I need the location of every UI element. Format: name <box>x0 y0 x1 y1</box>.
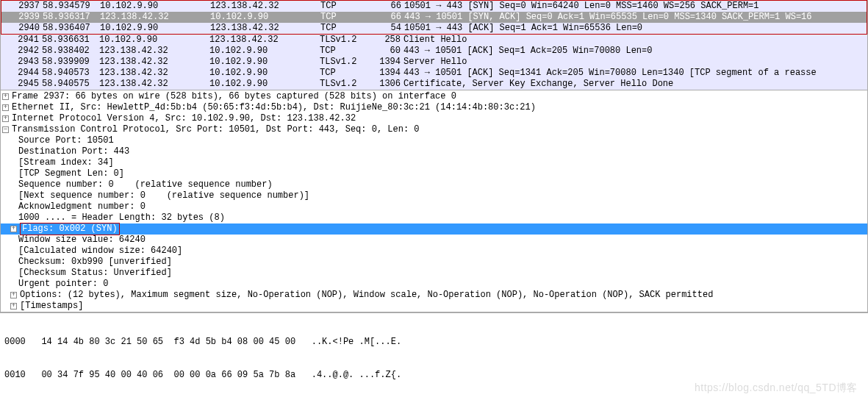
tree-srcport[interactable]: Source Port: 10501 <box>1 135 867 146</box>
tree-urgent[interactable]: Urgent pointer: 0 <box>1 279 867 290</box>
hex-row[interactable]: 0000 14 14 4b 80 3c 21 50 65 f3 4d 5b b4… <box>4 337 864 348</box>
tree-options[interactable]: +Options: (12 bytes), Maximum segment si… <box>1 290 867 301</box>
tree-nextseq[interactable]: [Next sequence number: 0 (relative seque… <box>1 190 867 201</box>
packet-row[interactable]: 2941 58.936631 10.102.9.90 123.138.42.32… <box>1 35 867 46</box>
tree-timestamps[interactable]: +[Timestamps] <box>1 301 867 312</box>
packet-row[interactable]: 2943 58.939909 123.138.42.32 10.102.9.90… <box>1 57 867 68</box>
packet-details-tree[interactable]: +Frame 2937: 66 bytes on wire (528 bits)… <box>0 90 868 312</box>
watermark: https://blog.csdn.net/qq_5TD博客 <box>695 382 858 393</box>
tree-tcp[interactable]: −Transmission Control Protocol, Src Port… <box>1 124 867 135</box>
tree-dstport[interactable]: Destination Port: 443 <box>1 146 867 157</box>
col-len: 66 <box>372 1 401 12</box>
tree-cksum[interactable]: Checksum: 0xb990 [unverified] <box>1 257 867 268</box>
packet-row[interactable]: 2940 58.936407 10.102.9.90 123.138.42.32… <box>1 23 867 34</box>
hex-row[interactable]: 0010 00 34 7f 95 40 00 40 06 00 00 0a 66… <box>4 370 864 381</box>
col-info: 10501 → 443 [SYN] Seq=0 Win=64240 Len=0 … <box>404 1 867 12</box>
packet-list-pane[interactable]: 2937 58.934579 10.102.9.90 123.138.42.32… <box>0 0 868 90</box>
tree-calcwin[interactable]: [Calculated window size: 64240] <box>1 246 867 257</box>
packet-selection-box: 2937 58.934579 10.102.9.90 123.138.42.32… <box>1 0 867 35</box>
packet-row[interactable]: 2945 58.940575 123.138.42.32 10.102.9.90… <box>1 79 867 90</box>
tree-acknum[interactable]: Acknowledgment number: 0 <box>1 201 867 212</box>
tree-ip[interactable]: +Internet Protocol Version 4, Src: 10.10… <box>1 113 867 124</box>
plus-icon[interactable]: + <box>2 104 9 111</box>
plus-icon[interactable]: + <box>10 303 17 310</box>
col-no: 2937 <box>10 1 40 12</box>
col-proto: TCP <box>320 1 372 12</box>
packet-row[interactable]: 2942 58.938402 123.138.42.32 10.102.9.90… <box>1 46 867 57</box>
packet-row[interactable]: 2937 58.934579 10.102.9.90 123.138.42.32… <box>1 1 867 12</box>
packet-row[interactable]: 2944 58.940573 123.138.42.32 10.102.9.90… <box>1 68 867 79</box>
tree-seglen[interactable]: [TCP Segment Len: 0] <box>1 168 867 179</box>
tree-winsize[interactable]: Window size value: 64240 <box>1 235 867 246</box>
tree-flags-selected[interactable]: +Flags: 0x002 (SYN) <box>1 223 867 235</box>
plus-icon[interactable]: + <box>10 292 17 298</box>
plus-icon[interactable]: + <box>2 93 9 100</box>
packet-row-selected[interactable]: 2939 58.936317 123.138.42.32 10.102.9.90… <box>1 12 867 23</box>
col-src: 10.102.9.90 <box>100 1 210 12</box>
tree-seqnum[interactable]: Sequence number: 0 (relative sequence nu… <box>1 179 867 190</box>
tree-ckstat[interactable]: [Checksum Status: Unverified] <box>1 268 867 279</box>
plus-icon[interactable]: + <box>2 115 9 122</box>
tree-hdrlen[interactable]: 1000 .... = Header Length: 32 bytes (8) <box>1 212 867 223</box>
tree-frame[interactable]: +Frame 2937: 66 bytes on wire (528 bits)… <box>1 91 867 102</box>
minus-icon[interactable]: − <box>2 126 9 133</box>
tree-stream[interactable]: [Stream index: 34] <box>1 157 867 168</box>
plus-icon[interactable]: + <box>10 226 17 232</box>
tree-ethernet[interactable]: +Ethernet II, Src: HewlettP_4d:5b:b4 (50… <box>1 102 867 113</box>
col-dst: 123.138.42.32 <box>210 1 320 12</box>
col-time: 58.934579 <box>43 1 100 12</box>
flags-highlight: Flags: 0x002 (SYN) <box>20 223 120 235</box>
